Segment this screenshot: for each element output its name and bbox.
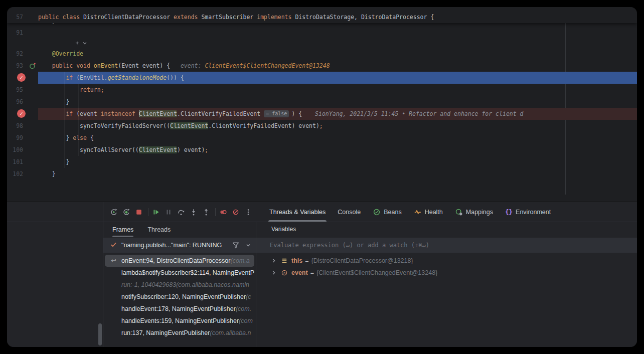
code-line: 102 } <box>7 168 637 180</box>
stack-frame-row[interactable]: handleEvents:159, NamingEventPublisher (… <box>103 315 256 327</box>
resume-button[interactable] <box>151 208 160 217</box>
code-token: DistroClientDataProcessor <box>83 14 174 21</box>
environment-icon: {} <box>505 208 513 216</box>
stack-frame-row[interactable]: ↩onEvent:94, DistroClientDataProcessor (… <box>105 255 254 267</box>
code-line: 91 <box>7 27 637 39</box>
tab-label: Health <box>425 209 443 216</box>
stack-frame-row[interactable]: handleEvent:178, NamingEventPublisher (c… <box>103 303 256 315</box>
code-token: } <box>66 134 73 141</box>
tab-console[interactable]: Console <box>332 202 367 222</box>
gutter[interactable] <box>27 144 38 156</box>
line-number: 99 <box>7 132 27 144</box>
step-out-button[interactable] <box>202 208 211 217</box>
variables-header: Variables <box>271 222 296 237</box>
code-token: ClientEvent <box>170 122 208 129</box>
gutter[interactable] <box>27 132 38 144</box>
ai-inlay-widget[interactable] <box>74 40 88 47</box>
variable-row[interactable]: pevent={ClientEvent$ClientChangedEvent@1… <box>256 267 637 279</box>
svg-text:p: p <box>283 271 285 275</box>
gutter[interactable] <box>27 108 38 120</box>
filter-icon[interactable] <box>232 241 240 249</box>
gutter[interactable] <box>27 168 38 180</box>
code-token: ; <box>319 122 323 129</box>
field-icon <box>281 257 288 264</box>
chevron-down-icon[interactable] <box>245 242 252 249</box>
breakpoint-icon[interactable]: ✓ <box>17 73 26 82</box>
code-text: } <box>38 156 637 168</box>
frame-location: notifySubscriber:120, NamingEventPublish… <box>121 293 246 300</box>
variable-value: {ClientEvent$ClientChangedEvent@13248} <box>316 269 437 276</box>
code-token: ) event) <box>177 146 205 153</box>
code-text: } else { <box>38 132 637 144</box>
step-over-button[interactable] <box>177 208 186 217</box>
code-token: ; <box>101 86 104 93</box>
gutter[interactable] <box>27 96 38 108</box>
step-into-button[interactable] <box>189 208 198 217</box>
no-breakpoints-button[interactable] <box>231 208 240 217</box>
line-number: 90 <box>7 23 27 27</box>
mute-breakpoints-button[interactable] <box>219 208 228 217</box>
gutter[interactable] <box>27 120 38 132</box>
gutter[interactable] <box>27 84 38 96</box>
gutter[interactable] <box>27 72 38 84</box>
tab-mappings[interactable]: Mappings <box>449 202 499 222</box>
frame-location: handleEvents:159, NamingEventPublisher <box>121 317 239 324</box>
gutter[interactable] <box>27 48 38 60</box>
tab-threads[interactable]: Threads <box>147 222 171 237</box>
code-line: 93 public void onEvent(Event event) { ev… <box>7 60 637 72</box>
code-token: SmartSubscriber <box>201 14 257 21</box>
beans-icon <box>373 208 381 216</box>
tab-frames[interactable]: Frames <box>112 222 133 237</box>
breakpoint-icon[interactable]: ✓ <box>17 109 26 118</box>
tab-health[interactable]: Health <box>408 202 449 222</box>
gutter[interactable] <box>27 11 38 23</box>
code-token <box>170 62 181 69</box>
gutter[interactable] <box>27 60 38 72</box>
gutter[interactable] <box>27 27 38 39</box>
chevron-right-icon[interactable] <box>270 257 277 264</box>
stack-frame-row[interactable]: notifySubscriber:120, NamingEventPublish… <box>103 291 256 303</box>
debug-tool-window: Threads & VariablesConsoleBeansHealthMap… <box>7 202 637 347</box>
code-text: } <box>38 96 637 108</box>
funnel-icon[interactable] <box>232 241 240 249</box>
code-editor[interactable]: 90 }9192 @Override93 public void onEvent… <box>7 23 637 180</box>
stack-frame-row[interactable]: run:137, NamingEventPublisher (com.aliba… <box>103 327 256 339</box>
code-line: 57public class DistroClientDataProcessor… <box>7 11 637 23</box>
variable-row[interactable]: this={DistroClientDataProcessor@13218} <box>256 255 637 267</box>
stack-frame-row[interactable]: run:-1, 1040429683 (com.alibaba.nacos.na… <box>103 279 256 291</box>
tab-environment[interactable]: {}Environment <box>499 202 557 222</box>
frames-list: ↩onEvent:94, DistroClientDataProcessor (… <box>103 255 256 339</box>
scrollbar-thumb[interactable] <box>98 323 102 345</box>
evaluate-expression-input[interactable]: Evaluate expression (↵) or add a watch (… <box>256 238 637 253</box>
git-blame-annotation: SionYang, 2021/3/5 11:45 • Refactor and … <box>315 110 523 117</box>
code-token: if <box>66 74 76 81</box>
tab-threads-variables[interactable]: Threads & Variables <box>263 202 332 222</box>
rerun-debug-button[interactable] <box>122 208 131 217</box>
stack-frame-row[interactable]: lambda$notifySubscriber$2:114, NamingEve… <box>103 267 256 279</box>
thread-selector[interactable]: "naming.publish..."main": RUNNING <box>103 238 256 253</box>
gutter[interactable] <box>27 23 38 27</box>
code-token: { <box>90 134 94 141</box>
inlay-hint-row <box>7 39 637 48</box>
chevron-down-icon[interactable] <box>245 242 252 249</box>
inline-debug-hint: event: <box>181 62 205 69</box>
gutter[interactable] <box>27 156 38 168</box>
clipped-code-line: 90 } <box>7 23 637 27</box>
code-text: syncToVerifyFailedServer((ClientEvent.Cl… <box>38 120 637 132</box>
code-text: @Override <box>38 48 637 60</box>
more-vertical-button[interactable] <box>244 208 253 217</box>
rerun-button[interactable] <box>109 208 118 217</box>
inline-debugger-value: = false <box>264 110 289 117</box>
code-line: 100 syncToAllServer((ClientEvent) event)… <box>7 144 637 156</box>
chevron-right-icon[interactable] <box>270 269 277 276</box>
code-token: extends <box>174 14 201 21</box>
frame-package: (c <box>246 293 251 300</box>
variable-name: event <box>291 269 308 276</box>
check-icon <box>110 241 117 250</box>
code-token: public <box>52 62 76 69</box>
frame-package: (com <box>239 317 253 324</box>
pause-button[interactable] <box>164 208 173 217</box>
stop-button[interactable] <box>134 208 143 217</box>
tab-label: Mappings <box>466 209 493 216</box>
tab-beans[interactable]: Beans <box>367 202 407 222</box>
